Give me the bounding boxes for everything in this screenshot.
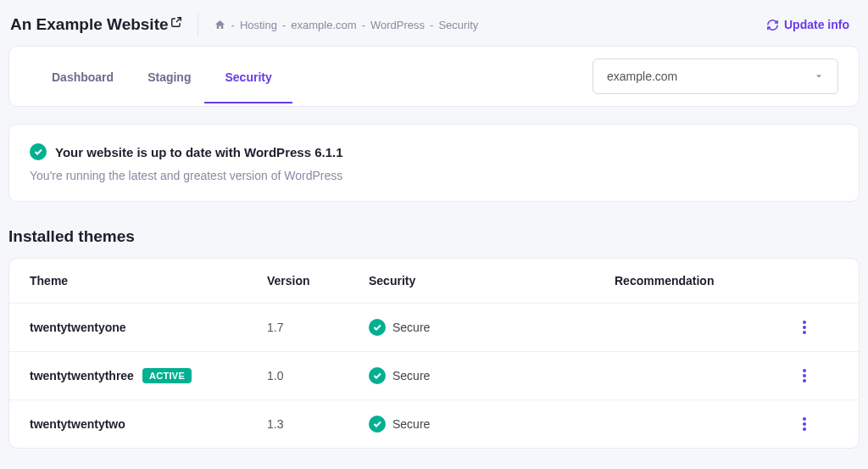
tab-label: Staging [147,70,191,84]
col-theme: Theme [30,274,267,288]
breadcrumb-sep: - [282,19,286,31]
svg-point-7 [803,422,806,426]
theme-security-text: Secure [392,369,430,382]
tab-label: Dashboard [52,70,114,84]
theme-security: Secure [369,319,615,336]
themes-table: Theme Version Security Recommendation tw… [8,258,860,449]
breadcrumb-item[interactable]: example.com [291,19,356,31]
theme-name-text: twentytwentytwo [30,417,125,431]
table-header: Theme Version Security Recommendation [9,259,859,304]
theme-version: 1.7 [267,321,369,334]
theme-security-text: Secure [392,321,430,334]
row-actions-button[interactable] [796,417,813,431]
status-title: Your website is up to date with WordPres… [55,145,343,159]
chevron-down-icon [814,71,824,81]
breadcrumb-sep: - [362,19,365,31]
svg-point-1 [803,326,806,329]
divider [198,14,198,36]
section-title: Installed themes [8,227,860,246]
svg-point-8 [803,427,806,431]
theme-name: twentytwentytwo [30,417,267,431]
tabs-panel: Dashboard Staging Security example.com [8,46,860,107]
svg-point-6 [803,417,806,421]
external-link-icon [170,16,182,28]
breadcrumb-sep: - [231,19,235,31]
active-badge: ACTIVE [142,368,192,383]
check-circle-icon [30,143,47,160]
theme-name-text: twentytwentyone [30,321,126,334]
theme-security: Secure [369,367,615,384]
theme-security-text: Secure [392,417,430,431]
breadcrumb-item[interactable]: WordPress [370,19,425,31]
status-subtitle: You're running the latest and greatest v… [30,169,838,182]
row-actions-button[interactable] [796,369,813,382]
tab-dashboard[interactable]: Dashboard [52,50,114,103]
refresh-icon [766,19,779,31]
check-circle-icon [369,319,386,336]
status-card: Your website is up to date with WordPres… [8,124,860,202]
col-version: Version [267,274,369,288]
breadcrumb-sep: - [430,19,433,31]
tab-security[interactable]: Security [225,50,271,103]
home-icon[interactable] [214,19,226,31]
theme-security: Secure [369,416,615,433]
tab-bar: Dashboard Staging Security example.com [9,47,859,106]
tab-staging[interactable]: Staging [147,50,191,103]
svg-point-2 [803,331,806,334]
theme-version: 1.0 [267,369,369,382]
table-row: twentytwentyone 1.7 Secure [9,304,859,352]
tab-label: Security [225,70,271,84]
tabs: Dashboard Staging Security [30,50,272,103]
top-bar: An Example Website - Hosting - example.c… [0,0,868,46]
theme-name: twentytwentyone [30,321,267,334]
col-security: Security [369,274,615,288]
site-title[interactable]: An Example Website [10,15,182,34]
breadcrumb-item[interactable]: Hosting [240,19,277,31]
breadcrumb-item[interactable]: Security [438,19,478,31]
theme-name: twentytwentythree ACTIVE [30,368,267,383]
status-row: Your website is up to date with WordPres… [30,143,838,160]
breadcrumb: - Hosting - example.com - WordPress - Se… [214,19,479,31]
update-info-label: Update info [784,18,849,31]
check-circle-icon [369,416,386,433]
check-circle-icon [369,367,386,384]
kebab-icon [803,369,806,382]
table-row: twentytwentytwo 1.3 Secure [9,400,859,448]
table-row: twentytwentythree ACTIVE 1.0 Secure [9,352,859,400]
row-actions-button[interactable] [796,321,813,334]
svg-point-0 [803,321,806,324]
update-info-button[interactable]: Update info [766,18,849,31]
theme-version: 1.3 [267,417,369,431]
svg-point-5 [803,379,806,382]
site-select[interactable]: example.com [593,59,838,94]
site-select-value: example.com [607,70,677,83]
kebab-icon [803,417,806,431]
kebab-icon [803,321,806,334]
svg-point-4 [803,374,806,377]
top-bar-left: An Example Website - Hosting - example.c… [10,14,478,36]
svg-point-3 [803,369,806,372]
site-title-text: An Example Website [10,15,169,34]
theme-name-text: twentytwentythree [30,369,134,382]
col-recommendation: Recommendation [615,274,796,288]
